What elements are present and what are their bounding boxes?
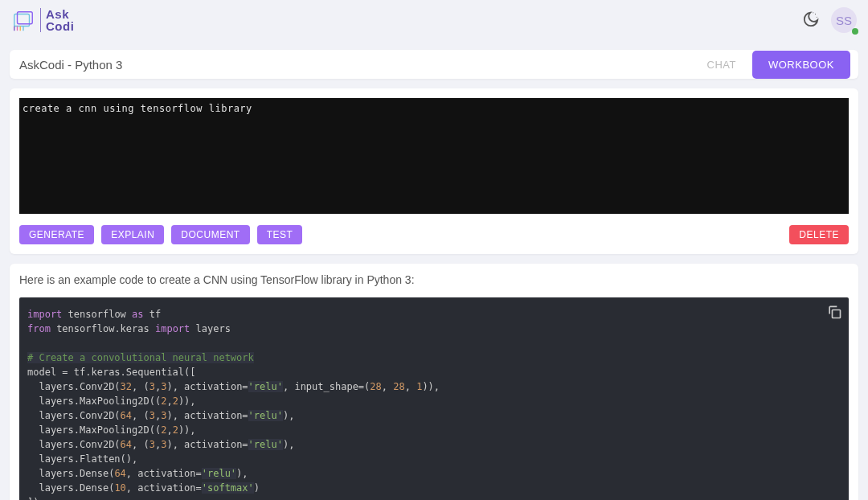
result-description: Here is an example code to create a CNN …: [19, 273, 849, 286]
page-title: AskCodi - Python 3: [18, 58, 691, 72]
copy-icon[interactable]: [826, 304, 842, 323]
svg-rect-9: [833, 310, 841, 318]
action-row: GENERATE EXPLAIN DOCUMENT TEST DELETE: [19, 225, 849, 244]
svg-point-7: [817, 17, 817, 18]
logo-text: Ask Codi: [40, 8, 74, 32]
generate-button[interactable]: GENERATE: [19, 225, 94, 244]
delete-button[interactable]: DELETE: [789, 225, 849, 244]
code-block: import tensorflow as tf from tensorflow.…: [19, 297, 849, 500]
logo-text-line2: Codi: [46, 20, 74, 32]
avatar[interactable]: SS: [831, 7, 857, 33]
logo[interactable]: Ask Codi: [11, 8, 74, 32]
avatar-initials: SS: [836, 14, 852, 27]
header-right: SS: [802, 7, 857, 33]
theme-toggle-icon[interactable]: [802, 10, 821, 30]
tab-chat[interactable]: CHAT: [691, 59, 752, 71]
result-card: Here is an example code to create a CNN …: [10, 264, 858, 500]
tabs-bar: AskCodi - Python 3 CHAT WORKBOOK: [10, 50, 858, 79]
svg-point-8: [813, 12, 813, 13]
code-content: import tensorflow as tf from tensorflow.…: [27, 307, 841, 500]
logo-mark-icon: [11, 8, 35, 32]
header: Ask Codi SS: [0, 0, 868, 40]
explain-button[interactable]: EXPLAIN: [101, 225, 164, 244]
svg-point-6: [815, 14, 816, 14]
prompt-input[interactable]: [19, 98, 849, 214]
test-button[interactable]: TEST: [257, 225, 303, 244]
prompt-card: GENERATE EXPLAIN DOCUMENT TEST DELETE: [10, 88, 858, 254]
logo-text-line1: Ask: [46, 8, 74, 20]
tab-workbook[interactable]: WORKBOOK: [752, 51, 850, 79]
document-button[interactable]: DOCUMENT: [171, 225, 249, 244]
